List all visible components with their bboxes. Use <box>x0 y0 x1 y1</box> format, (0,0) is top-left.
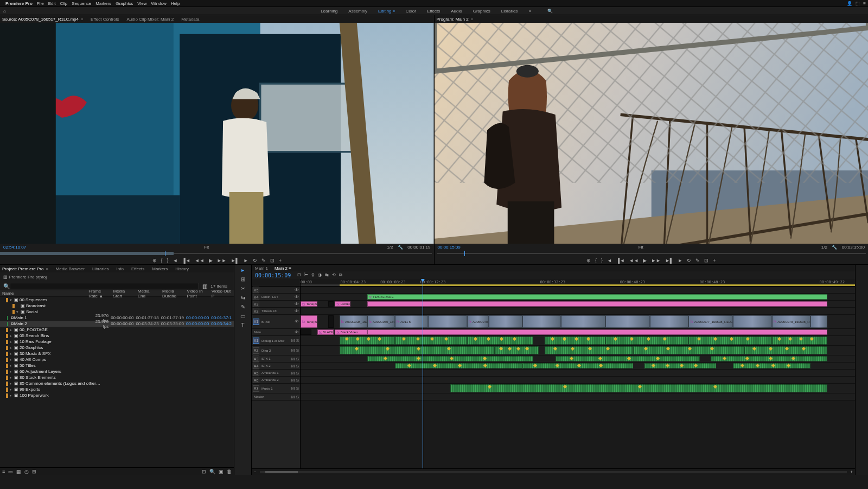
clip[interactable] <box>650 315 689 328</box>
clip[interactable] <box>467 336 534 345</box>
track-header[interactable]: A3SFX 1M S <box>252 355 300 363</box>
mute-icon[interactable]: M S <box>291 386 299 391</box>
source-tab-1[interactable]: Effect Controls <box>91 17 119 22</box>
transport-button[interactable]: ► <box>244 258 248 263</box>
transport-button[interactable]: ▐◄ <box>182 258 190 263</box>
clip[interactable] <box>545 346 634 354</box>
track-lane[interactable] <box>301 355 855 363</box>
track-lane[interactable] <box>301 393 855 401</box>
source-tab-2[interactable]: Audio Clip Mixer: Main 2 <box>126 17 174 22</box>
clip[interactable] <box>633 346 744 354</box>
transport-button[interactable]: ◄◄ <box>629 258 639 263</box>
track-header[interactable]: Main👁 <box>252 329 300 336</box>
search-icon[interactable]: 🔍 <box>3 283 10 289</box>
twirl-icon[interactable]: ▸ <box>10 376 14 380</box>
project-tab-2[interactable]: Libraries <box>92 266 109 271</box>
clip[interactable] <box>744 346 827 354</box>
clip[interactable]: fxA005C070_160508_R1LC.mp4 <box>467 315 489 328</box>
project-view-icon[interactable]: ◴ <box>24 469 29 474</box>
timeline-ruler[interactable]: 00:0000:00:04:2300:00:08:2300:00:12:2300… <box>301 279 855 287</box>
workspace-assembly[interactable]: Assembly <box>348 9 367 14</box>
track-target-button[interactable]: A4 <box>253 363 259 369</box>
track-header[interactable]: A4SFX 2M S <box>252 363 300 370</box>
track-target-button[interactable]: A3 <box>253 355 259 362</box>
mute-icon[interactable]: M S <box>291 338 299 343</box>
timeline-toggle[interactable]: ⚲ <box>311 272 315 277</box>
project-tab-4[interactable]: Effects <box>131 266 144 271</box>
menu-help[interactable]: Help <box>171 1 180 6</box>
project-view-icon[interactable]: ⊞ <box>32 469 36 474</box>
clip[interactable]: fxA003C050_160517_R1LC.mp4 <box>367 315 395 328</box>
track-lane[interactable] <box>301 346 855 355</box>
project-tab-1[interactable]: Media Browser <box>56 266 85 271</box>
app-name[interactable]: Premiere Pro <box>5 1 33 6</box>
track-target-button[interactable]: A7 <box>253 385 259 392</box>
mute-icon[interactable]: M S <box>291 371 299 376</box>
track-target-button[interactable]: V5 <box>253 287 259 293</box>
program-fit[interactable]: Fit <box>639 245 643 250</box>
menu-markers[interactable]: Markers <box>95 1 111 6</box>
project-row[interactable]: ▸▣100 Paperwork <box>0 392 234 398</box>
project-row[interactable]: ▸▣50 Titles <box>0 363 234 369</box>
menubar-right-icon[interactable]: 👤 <box>847 1 852 6</box>
transport-button[interactable]: ▶ <box>209 258 213 263</box>
clip[interactable] <box>733 363 810 369</box>
eye-icon[interactable]: 👁 <box>295 319 299 324</box>
project-row[interactable]: ▸▣20 Graphics <box>0 345 234 351</box>
clip[interactable] <box>301 329 311 335</box>
tool-3[interactable]: ⇆ <box>241 295 245 301</box>
project-footer-icon[interactable]: ▣ <box>219 469 224 474</box>
clip[interactable] <box>395 363 522 369</box>
track-header[interactable]: A7Music 1M S <box>252 384 300 393</box>
clip[interactable] <box>328 315 334 328</box>
clip[interactable] <box>605 315 650 328</box>
menu-edit[interactable]: Edit <box>48 1 56 6</box>
clip[interactable] <box>367 329 827 335</box>
clip[interactable] <box>395 336 467 345</box>
track-lane[interactable] <box>301 384 855 393</box>
transport-button[interactable]: ► <box>678 258 682 263</box>
clip[interactable] <box>733 315 772 328</box>
twirl-icon[interactable]: ▾ <box>16 310 21 314</box>
track-lane[interactable] <box>301 363 855 370</box>
project-list[interactable]: ▾▣00 Sequences▣Broadcast▾▣Social⧉Main 12… <box>0 297 234 467</box>
mute-icon[interactable]: M S <box>291 378 299 383</box>
project-row[interactable]: ▸▣00_FOOTAGE <box>0 327 234 333</box>
project-footer-icon[interactable]: ⊡ <box>202 469 206 474</box>
eye-icon[interactable]: 👁 <box>295 302 299 307</box>
menu-sequence[interactable]: Sequence <box>72 1 91 6</box>
transport-button[interactable]: ↻ <box>687 258 691 263</box>
program-timecode-left[interactable]: 00:00:15:09 <box>438 245 461 250</box>
workspace-audio[interactable]: Audio <box>451 9 462 14</box>
transport-button[interactable]: ►► <box>217 258 227 263</box>
project-row[interactable]: ▸▣10 Raw Footage <box>0 339 234 345</box>
transport-button[interactable]: ►▌ <box>231 258 239 263</box>
mute-icon[interactable]: M S <box>291 357 299 361</box>
transport-button[interactable]: ⊡ <box>270 258 275 263</box>
transport-button[interactable]: ▐◄ <box>616 258 624 263</box>
track-lane[interactable]: fxT1/BRGRADE <box>301 294 855 301</box>
track-header[interactable]: A2Diag 2M S <box>252 346 300 355</box>
timeline-toggle[interactable]: ◑ <box>318 272 322 277</box>
clip[interactable] <box>545 336 605 345</box>
twirl-icon[interactable]: ▸ <box>10 340 14 344</box>
project-view-icon[interactable]: ▦ <box>16 469 21 474</box>
track-target-button[interactable]: A2 <box>253 347 259 354</box>
track-target-button[interactable]: A5 <box>253 370 259 376</box>
track-target-button[interactable]: V4 <box>253 294 259 300</box>
project-row[interactable]: ⧉Main 123.976 fps00:00:00:0000:01:37:180… <box>0 315 234 321</box>
transport-button[interactable]: } <box>167 258 169 263</box>
clip[interactable] <box>340 336 395 345</box>
source-scale[interactable]: 1/2 <box>387 245 393 250</box>
twirl-icon[interactable]: ▸ <box>10 352 14 356</box>
clip[interactable] <box>428 315 467 328</box>
tool-1[interactable]: ⊞ <box>241 276 245 282</box>
timeline-playhead-timecode[interactable]: 00:00:15:09 <box>255 272 291 278</box>
transport-button[interactable]: { <box>595 258 597 263</box>
menu-window[interactable]: Window <box>151 1 166 6</box>
clip[interactable]: fxT1/BRGRADE <box>367 294 827 300</box>
track-header[interactable]: V5👁 <box>252 287 300 294</box>
clip[interactable] <box>522 363 633 369</box>
menu-graphics[interactable]: Graphics <box>116 1 133 6</box>
tool-6[interactable]: T <box>241 322 244 328</box>
